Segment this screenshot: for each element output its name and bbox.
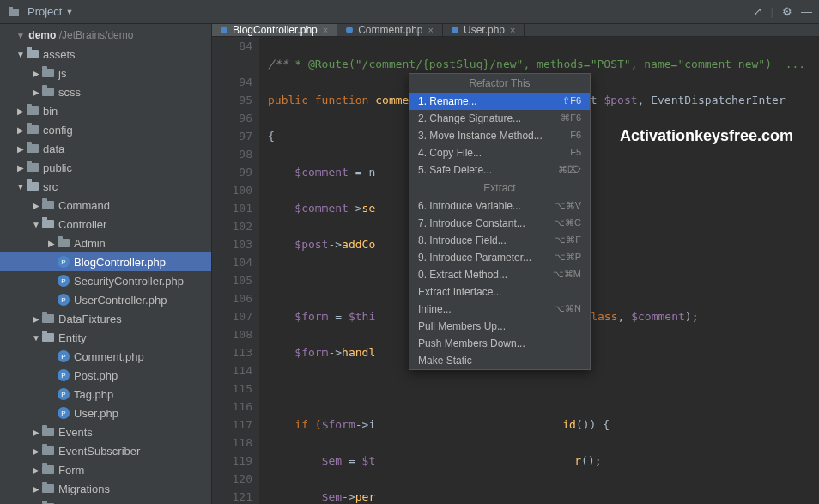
project-label: Project [27, 5, 62, 18]
ctx-extract-hdr: Extract [410, 179, 590, 197]
project-path: /JetBrains/demo [59, 29, 134, 41]
php-icon: P [58, 256, 70, 268]
hide-icon[interactable]: — [801, 5, 812, 18]
tree-eventsub[interactable]: ▶EventSubscriber [0, 441, 211, 460]
tree-src[interactable]: ▼src [0, 177, 211, 196]
project-dropdown[interactable]: Project ▼ [7, 5, 73, 19]
tab-blogcontroller[interactable]: BlogController.php× [212, 24, 337, 36]
tree-migrations[interactable]: ▶Migrations [0, 479, 211, 498]
ctx-pull-up[interactable]: Pull Members Up... [410, 318, 590, 335]
tree-scss[interactable]: ▶scss [0, 82, 211, 101]
tree-tag[interactable]: PTag.php [0, 385, 211, 404]
top-toolbar: Project ▼ ⤢ | ⚙ — [0, 0, 819, 24]
tree-js[interactable]: ▶js [0, 64, 211, 82]
tree-securitycontroller[interactable]: PSecurityController.php [0, 271, 211, 290]
tree-datafixtures[interactable]: ▶DataFixtures [0, 309, 211, 328]
tree-public[interactable]: ▶public [0, 158, 211, 177]
file-icon [452, 27, 458, 33]
php-icon: P [58, 388, 70, 400]
tree-form[interactable]: ▶Form [0, 460, 211, 479]
ctx-change-sig[interactable]: 2. Change Signature...⌘F6 [410, 110, 590, 127]
tree-pagination[interactable]: ▶Pagination [0, 498, 211, 504]
svg-rect-0 [9, 9, 19, 16]
tree-comment[interactable]: PComment.php [0, 347, 211, 366]
ctx-make-static[interactable]: Make Static [410, 352, 590, 369]
tree-entity[interactable]: ▼Entity [0, 328, 211, 347]
php-icon: P [58, 294, 70, 306]
chevron-down-icon: ▼ [65, 8, 73, 16]
ctx-extract-method[interactable]: 0. Extract Method...⌥⌘M [410, 266, 590, 283]
tree-bin[interactable]: ▶bin [0, 101, 211, 120]
tree-controller[interactable]: ▼Controller [0, 215, 211, 234]
ctx-intro-param[interactable]: 9. Introduce Parameter...⌥⌘P [410, 249, 590, 266]
project-tree: ▼ demo /JetBrains/demo ▼assets ▶js ▶scss… [0, 24, 212, 504]
divider: | [771, 5, 774, 18]
ctx-move-instance[interactable]: 3. Move Instance Method...F6 [410, 127, 590, 144]
tab-comment[interactable]: Comment.php× [337, 24, 443, 36]
expand-icon[interactable]: ⤢ [753, 5, 762, 18]
tree-post[interactable]: PPost.php [0, 366, 211, 385]
php-icon: P [58, 275, 70, 287]
line-gutter: 8494959697989910010110210310410510610710… [212, 37, 259, 504]
gear-icon[interactable]: ⚙ [782, 5, 792, 18]
refactor-context-menu: Refactor This 1. Rename...⇧F6 2. Change … [409, 73, 591, 370]
ctx-safe-delete[interactable]: 5. Safe Delete...⌘⌦ [410, 161, 590, 179]
tab-user[interactable]: User.php× [443, 24, 525, 36]
php-icon: P [58, 407, 70, 419]
project-root[interactable]: demo [28, 29, 56, 41]
tree-admin[interactable]: ▶Admin [0, 234, 211, 252]
file-icon [221, 27, 228, 33]
ctx-copy-file[interactable]: 4. Copy File...F5 [410, 144, 590, 161]
editor-tabs: BlogController.php× Comment.php× User.ph… [212, 24, 819, 37]
file-icon [346, 27, 353, 33]
tree-data[interactable]: ▶data [0, 139, 211, 158]
ctx-title: Refactor This [410, 74, 590, 93]
tree-config[interactable]: ▶config [0, 120, 211, 139]
tree-command[interactable]: ▶Command [0, 196, 211, 215]
ctx-intro-const[interactable]: 7. Introduce Constant...⌥⌘C [410, 215, 590, 232]
tree-user[interactable]: PUser.php [0, 404, 211, 422]
ctx-inline[interactable]: Inline...⌥⌘N [410, 301, 590, 318]
ctx-push-down[interactable]: Push Members Down... [410, 335, 590, 352]
php-icon: P [58, 350, 70, 362]
tree-assets[interactable]: ▼assets [0, 45, 211, 64]
tree-blogcontroller[interactable]: PBlogController.php [0, 252, 211, 271]
tree-events[interactable]: ▶Events [0, 422, 211, 441]
project-icon [7, 5, 21, 19]
watermark-text: Activationkeysfree.com [620, 127, 793, 145]
close-icon[interactable]: × [428, 25, 434, 35]
ctx-intro-field[interactable]: 8. Introduce Field...⌥⌘F [410, 232, 590, 249]
php-icon: P [58, 369, 70, 381]
ctx-extract-interface[interactable]: Extract Interface... [410, 283, 590, 301]
ctx-rename[interactable]: 1. Rename...⇧F6 [410, 93, 590, 110]
tree-usercontroller[interactable]: PUserController.php [0, 290, 211, 309]
close-icon[interactable]: × [510, 25, 515, 35]
ctx-intro-var[interactable]: 6. Introduce Variable...⌥⌘V [410, 197, 590, 215]
close-icon[interactable]: × [323, 25, 328, 35]
svg-rect-1 [9, 7, 13, 9]
